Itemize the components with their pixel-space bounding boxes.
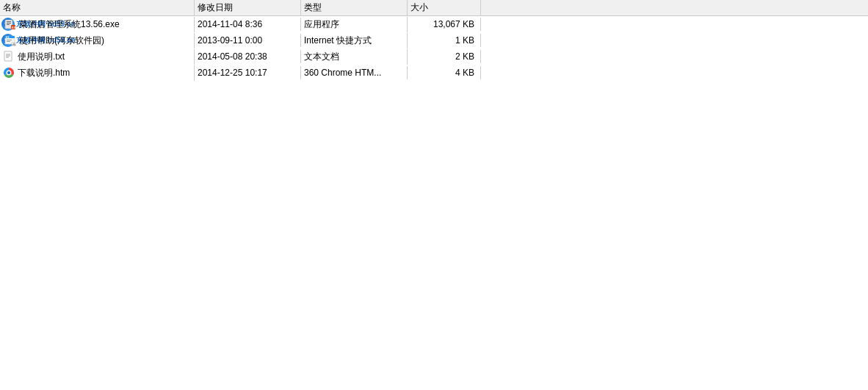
file-name: 使用说明.txt: [18, 51, 65, 63]
360chrome-icon: [3, 67, 15, 79]
file-date: 2014-11-04 8:36: [195, 18, 301, 31]
file-size: 4 KB: [408, 66, 481, 79]
file-explorer: 名称 修改日期 类型 大小 河 东软件网 hd59.cn: [0, 0, 868, 390]
url-icon: [4, 35, 16, 46]
col-header-name[interactable]: 名称: [0, 0, 195, 15]
svg-point-22: [7, 71, 10, 74]
table-row[interactable]: 河 东软件网 hd59.cn: [0, 32, 868, 48]
file-name-cell: 河 东软件网 hd59.cn EX: [0, 17, 195, 32]
file-type: 应用程序: [301, 17, 408, 32]
table-row[interactable]: 河 东软件网 hd59.cn EX: [0, 16, 868, 32]
txt-icon: [3, 51, 15, 62]
svg-point-11: [8, 37, 10, 38]
file-name: 下载说明.htm: [18, 67, 70, 79]
file-type: Internet 快捷方式: [301, 33, 408, 48]
svg-text:EX: EX: [12, 26, 16, 29]
col-header-size[interactable]: 大小: [408, 0, 481, 15]
file-date: 2014-12-25 10:17: [195, 66, 301, 79]
table-row[interactable]: 使用说明.txt 2014-05-08 20:38 文本文档 2 KB: [0, 48, 868, 65]
svg-rect-12: [7, 40, 12, 40]
column-headers: 名称 修改日期 类型 大小: [0, 0, 868, 16]
svg-rect-13: [7, 41, 10, 42]
svg-rect-16: [4, 51, 12, 61]
file-size: 2 KB: [408, 50, 481, 63]
svg-point-10: [6, 37, 7, 38]
file-date: 2013-09-11 0:00: [195, 34, 301, 47]
table-row[interactable]: 下载说明.htm 2014-12-25 10:17 360 Chrome HTM…: [0, 65, 868, 81]
file-date: 2014-05-08 20:38: [195, 50, 301, 63]
file-type: 360 Chrome HTM...: [301, 66, 408, 79]
col-header-date[interactable]: 修改日期: [195, 0, 301, 15]
file-name-cell: 使用说明.txt: [0, 49, 195, 65]
file-name: 使用帮助(河东软件园): [19, 35, 104, 47]
col-header-type[interactable]: 类型: [301, 0, 408, 15]
file-list: 河 东软件网 hd59.cn EX: [0, 16, 868, 390]
svg-rect-3: [7, 23, 11, 24]
file-size: 13,067 KB: [408, 18, 481, 31]
file-size: 1 KB: [408, 34, 481, 47]
svg-rect-2: [7, 21, 11, 22]
file-name-cell: 下载说明.htm: [0, 65, 195, 81]
file-name: 菜酒店管理系统13.56.exe: [19, 18, 120, 31]
file-name-cell: 河 东软件网 hd59.cn: [0, 33, 195, 48]
file-type: 文本文档: [301, 49, 408, 65]
svg-rect-4: [7, 24, 10, 25]
exe-icon: EX: [4, 18, 16, 30]
